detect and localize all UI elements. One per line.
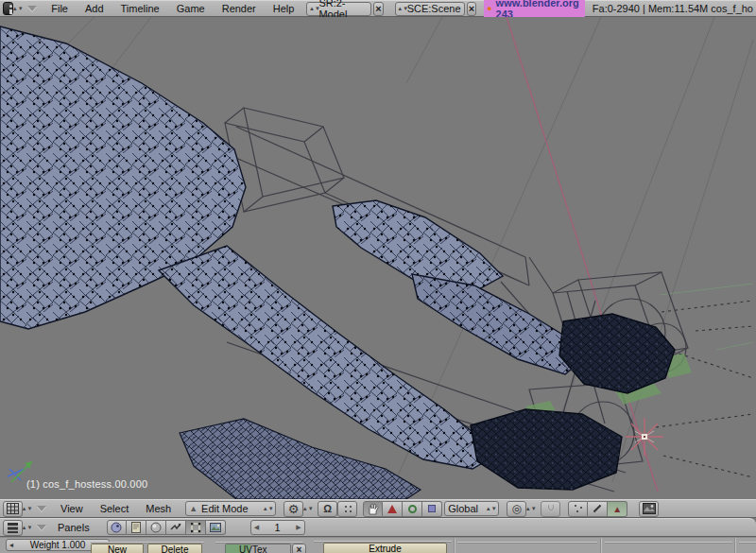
align-center-button[interactable] — [337, 501, 357, 517]
select-mode-face-button[interactable]: ▲ — [608, 501, 627, 517]
logic-icon — [111, 522, 122, 533]
panel-separator — [600, 538, 602, 553]
menu-select[interactable]: Select — [92, 503, 138, 514]
buttons-panels-area: ◂ Weight 1.000 ▸ New Delete UVTex × Extr… — [0, 537, 756, 553]
menu-add[interactable]: Add — [77, 3, 112, 14]
menu-render[interactable]: Render — [214, 3, 265, 14]
blender-logo-icon: ● — [487, 4, 491, 13]
edit-mode-icon: ▲ — [189, 504, 198, 513]
context-logic-button[interactable] — [107, 520, 127, 535]
draw-type-dropdown[interactable]: ⚙ — [284, 501, 303, 517]
collapse-header-icon[interactable] — [37, 506, 46, 511]
draw-type-stepper-icon: ▲▼ — [303, 502, 312, 515]
editor-type-stepper-icon2[interactable]: ▲▼ — [23, 521, 31, 534]
view3d-header: ▲▼ View Select Mesh ▲ Edit Mode ▲▼ ⚙ ▲▼ … — [0, 499, 756, 518]
vertex-mode-icon — [575, 505, 582, 512]
rotate-icon — [408, 505, 417, 513]
buttons-window-header: ▲▼ Panels — [0, 518, 756, 537]
occlude-geometry-button[interactable] — [639, 501, 659, 517]
collapse-menus-icon[interactable] — [27, 6, 37, 11]
scene-stats: Fa:0-2940 | Mem:11.54M cos_f_ho — [593, 3, 753, 14]
weight-slider-value: Weight 1.000 — [30, 540, 86, 550]
screen-selector[interactable]: ▲▼ SR:2-Model — [306, 2, 371, 16]
edge-mode-icon — [593, 505, 601, 512]
editor-type-stepper-icon[interactable]: ▲▼ — [23, 502, 31, 515]
panel-separator — [734, 538, 736, 553]
panels-menu[interactable]: Panels — [58, 522, 90, 533]
center-dots-icon — [344, 505, 352, 512]
editing-icon — [190, 522, 201, 533]
orientation-value: Global — [448, 503, 478, 514]
frame-number-value: 1 — [275, 522, 281, 533]
screen-delete-button[interactable]: × — [373, 2, 384, 16]
object-icon — [170, 522, 181, 533]
scene-selector[interactable]: ▲▼ SCE:Scene — [395, 2, 465, 16]
scene-delete-button[interactable]: × — [467, 2, 477, 16]
manipulator-translate-button[interactable] — [383, 501, 403, 517]
mode-dropdown-value: Edit Mode — [201, 503, 249, 514]
proportional-icon: ◎ — [511, 502, 521, 515]
context-shading-button[interactable] — [146, 520, 166, 535]
top-menu-bar: ▲▼ File Add Timeline Game Render Help ▲▼… — [0, 0, 756, 17]
scene-browse-icon[interactable]: ▲▼ — [399, 2, 407, 15]
screen-browse-icon[interactable]: ▲▼ — [310, 2, 318, 15]
panel-edge — [457, 542, 597, 544]
orientation-dropdown[interactable]: Global ▲▼ — [444, 501, 499, 516]
menu-timeline[interactable]: Timeline — [112, 3, 168, 14]
window-type-stepper-icon[interactable]: ▲▼ — [13, 2, 22, 15]
viewport-canvas[interactable] — [0, 17, 756, 499]
pivot-icon: Ω — [323, 503, 332, 514]
mode-dropdown[interactable]: ▲ Edit Mode ▲▼ — [185, 501, 276, 516]
proportional-stepper-icon: ▲▼ — [526, 502, 535, 515]
vertex-group-new-button[interactable]: New — [91, 544, 144, 553]
panel-edge — [739, 542, 756, 544]
select-mode-vertex-button[interactable] — [568, 501, 588, 517]
panel-edge — [605, 542, 732, 544]
buttons-window-icon — [7, 522, 19, 533]
script-icon — [130, 522, 142, 533]
menu-help[interactable]: Help — [265, 3, 303, 14]
context-script-button[interactable] — [127, 520, 146, 535]
mode-stepper-icon: ▲▼ — [264, 502, 272, 515]
snap-button[interactable]: ∩ — [541, 501, 560, 517]
select-mode-edge-button[interactable] — [588, 501, 608, 517]
editor-type-button-panels[interactable] — [3, 520, 23, 536]
cursor-3d — [626, 418, 663, 456]
scale-icon — [428, 505, 436, 512]
face-mode-icon: ▲ — [612, 504, 622, 514]
menu-view[interactable]: View — [52, 503, 92, 514]
context-object-button[interactable] — [166, 520, 186, 535]
grid-icon — [7, 503, 19, 514]
extrude-button[interactable]: Extrude — [323, 543, 447, 553]
window-type-icon[interactable] — [3, 2, 13, 15]
menu-mesh[interactable]: Mesh — [137, 503, 180, 514]
frame-prev-icon[interactable]: ◀ — [254, 524, 259, 531]
hand-icon — [368, 503, 379, 515]
frame-next-icon[interactable]: ▶ — [296, 524, 301, 531]
collapse-header-icon2[interactable] — [37, 525, 46, 530]
pivot-dropdown[interactable]: Ω — [318, 501, 337, 517]
active-object-info: (1) cos_f_hostess.00.000 — [26, 478, 147, 490]
vertex-group-delete-button[interactable]: Delete — [147, 544, 202, 553]
menu-file[interactable]: File — [43, 3, 77, 14]
translate-icon — [387, 505, 397, 513]
image-icon — [643, 503, 656, 514]
uv-texture-name: UVTex — [239, 544, 266, 553]
slider-left-icon[interactable]: ◂ — [9, 541, 13, 549]
orientation-stepper-icon: ▲▼ — [487, 502, 495, 515]
manipulator-rotate-button[interactable] — [403, 501, 422, 517]
shading-icon — [150, 522, 162, 533]
gear-icon: ⚙ — [288, 502, 300, 516]
editor-type-button[interactable] — [3, 501, 23, 517]
uv-texture-field[interactable]: UVTex — [225, 544, 291, 553]
menu-game[interactable]: Game — [168, 3, 214, 14]
context-editing-button[interactable] — [186, 520, 206, 535]
manipulator-toggle-button[interactable] — [363, 501, 383, 517]
viewport-3d[interactable]: (1) cos_f_hostess.00.000 — [0, 17, 756, 499]
scene-icon — [210, 522, 221, 533]
uv-texture-delete-button[interactable]: × — [292, 544, 306, 553]
context-scene-button[interactable] — [206, 520, 226, 535]
frame-number-field[interactable]: ◀ 1 ▶ — [250, 520, 305, 535]
proportional-edit-dropdown[interactable]: ◎ — [507, 501, 526, 517]
manipulator-scale-button[interactable] — [422, 501, 442, 517]
